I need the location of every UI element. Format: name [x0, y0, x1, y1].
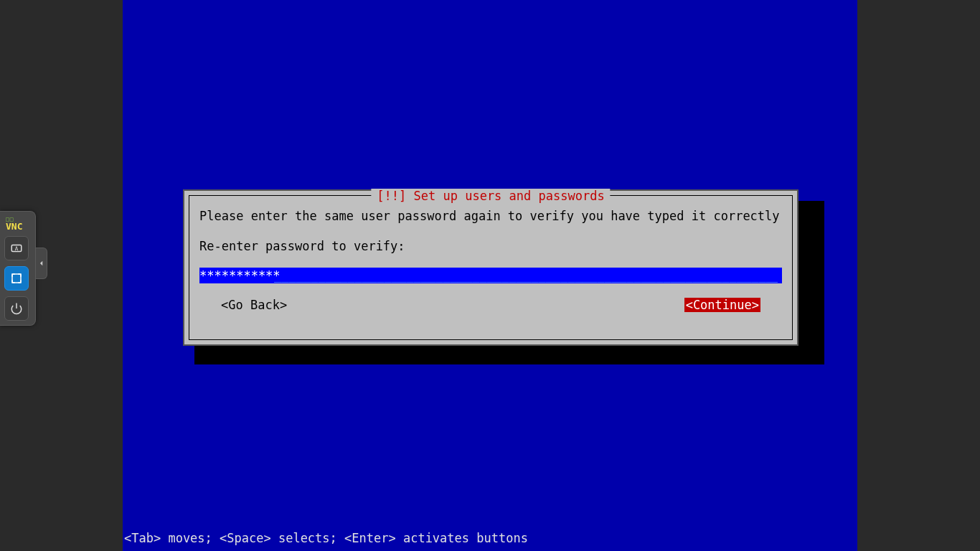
- power-icon: [10, 302, 23, 315]
- panel-collapse-handle[interactable]: [36, 248, 47, 279]
- dialog-frame: [!!] Set up users and passwords Please e…: [189, 195, 793, 340]
- keyboard-icon: A: [10, 242, 23, 255]
- power-button[interactable]: [4, 296, 29, 321]
- svg-rect-2: [12, 274, 21, 283]
- svg-marker-4: [39, 261, 42, 266]
- dialog-buttons-row: <Go Back> <Continue>: [199, 298, 782, 312]
- dialog-instruction-text: Please enter the same user password agai…: [199, 209, 782, 223]
- chevron-left-icon: [38, 260, 45, 267]
- password-verify-dialog: [!!] Set up users and passwords Please e…: [183, 189, 798, 346]
- installer-screen: [!!] Set up users and passwords Please e…: [123, 0, 857, 551]
- fullscreen-button[interactable]: [4, 266, 29, 291]
- svg-text:A: A: [15, 245, 19, 252]
- novnc-logo-text: VNC: [6, 223, 31, 230]
- footer-help-text: <Tab> moves; <Space> selects; <Enter> ac…: [124, 531, 528, 545]
- vnc-desktop: □□ VNC A: [0, 0, 980, 551]
- keyboard-button[interactable]: A: [4, 236, 29, 260]
- continue-button[interactable]: <Continue>: [684, 298, 760, 312]
- dialog-body: Please enter the same user password agai…: [189, 196, 792, 339]
- fullscreen-icon: [10, 272, 23, 285]
- novnc-logo: □□ VNC: [4, 216, 31, 230]
- go-back-button[interactable]: <Go Back>: [221, 298, 287, 312]
- password-mask-value: ***********: [199, 268, 281, 283]
- password-verify-input[interactable]: ***********_____________________________…: [199, 268, 782, 283]
- password-field-label: Re-enter password to verify:: [199, 239, 782, 253]
- novnc-control-panel: □□ VNC A: [0, 211, 36, 326]
- password-underline-fill: ________________________________________…: [274, 268, 778, 283]
